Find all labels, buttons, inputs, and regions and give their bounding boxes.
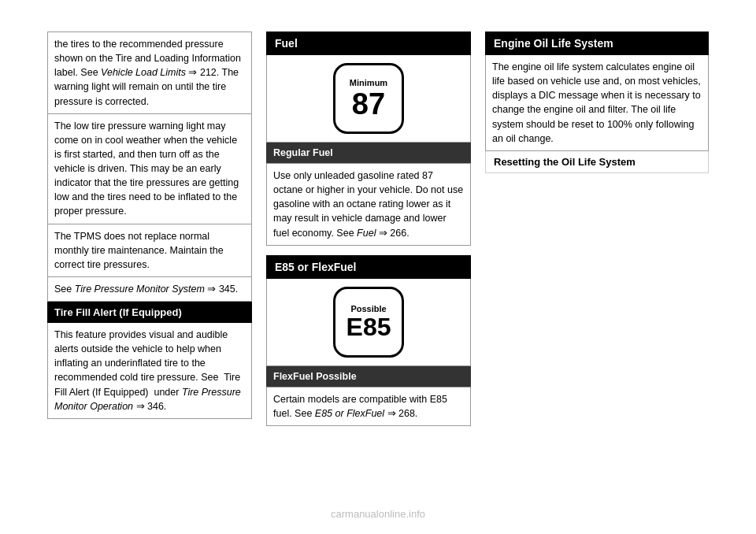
left-block-2: The low tire pressure warning light may … <box>47 114 252 224</box>
fuel-badge-number: 87 <box>352 89 385 119</box>
engine-oil-text: The engine oil life system calculates en… <box>485 55 709 151</box>
e85-badge-text: E85 <box>346 314 391 339</box>
fuel-header: Fuel <box>266 32 471 55</box>
left-block-3: The TPMS does not replace normal monthly… <box>47 224 252 277</box>
engine-oil-header: Engine Oil Life System <box>485 32 709 55</box>
e85-header: E85 or FlexFuel <box>266 255 471 279</box>
left-block-4: See Tire Pressure Monitor System ⇒ 345. <box>47 277 252 302</box>
e85-badge: Possible E85 <box>333 287 404 358</box>
fuel-image-box: Minimum 87 <box>266 55 471 143</box>
regular-fuel-text: Use only unleaded gasoline rated 87 octa… <box>266 163 471 246</box>
left-block-5: This feature provides visual and audible… <box>47 323 252 419</box>
flexfuel-text: Certain models are compatible with E85 f… <box>266 387 471 426</box>
col-left: the tires to the recommended pressure sh… <box>47 32 252 502</box>
e85-image-box: Possible E85 <box>266 279 471 366</box>
page-wrapper: the tires to the recommended pressure sh… <box>0 0 756 534</box>
fuel-badge-label: Minimum <box>350 78 387 87</box>
fuel-badge: Minimum 87 <box>333 63 404 134</box>
resetting-header: Resetting the Oil Life System <box>485 151 709 173</box>
col-middle: Fuel Minimum 87 Regular Fuel Use only un… <box>266 32 471 502</box>
flexfuel-header: FlexFuel Possible <box>266 366 471 387</box>
left-block-1: the tires to the recommended pressure sh… <box>47 32 252 114</box>
tire-fill-alert-header: Tire Fill Alert (If Equipped) <box>47 302 252 323</box>
col-right: Engine Oil Life System The engine oil li… <box>485 32 709 502</box>
regular-fuel-header: Regular Fuel <box>266 143 471 163</box>
